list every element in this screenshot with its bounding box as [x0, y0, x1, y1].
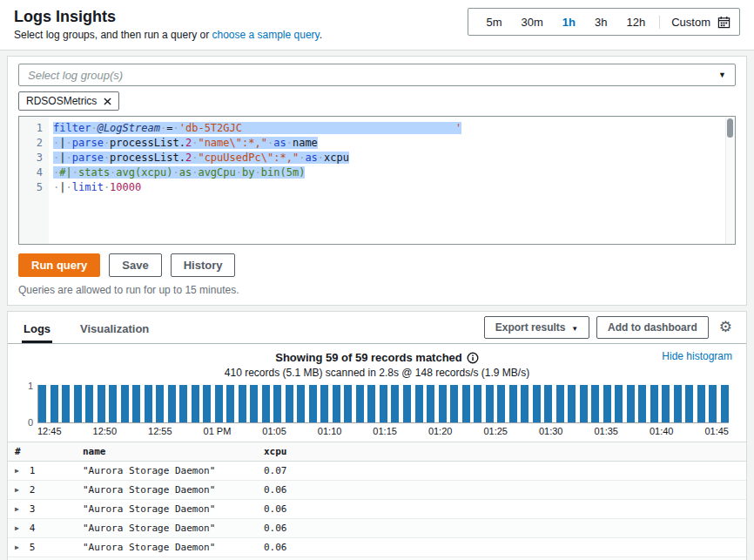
log-group-select[interactable]: Select log group(s) ▼ [18, 64, 736, 86]
tab-logs[interactable]: Logs [22, 315, 52, 343]
histogram-bar [391, 385, 399, 422]
page-header: Logs Insights Select log groups, and the… [0, 0, 754, 51]
histogram-bar [50, 385, 58, 422]
query-card: Select log group(s) ▼ RDSOSMetrics 12345… [7, 56, 747, 306]
histogram-bar [674, 385, 682, 422]
histogram-bar [685, 385, 693, 422]
column-header-num[interactable]: # [15, 446, 83, 457]
row-number: 2 [30, 484, 36, 496]
chevron-down-icon: ▼ [571, 325, 578, 333]
row-name: "Aurora Storage Daemon" [83, 503, 264, 515]
expand-row-icon[interactable]: ▶ [15, 486, 19, 494]
x-tick-label: 12:50 [93, 426, 118, 436]
table-row-5[interactable]: ▶5"Aurora Storage Daemon"0.06 [8, 538, 746, 557]
row-number: 5 [30, 542, 36, 553]
info-icon[interactable] [467, 352, 479, 364]
hide-histogram-link[interactable]: Hide histogram [662, 350, 732, 362]
histogram-bar [627, 385, 635, 422]
histogram-bar [486, 385, 494, 422]
x-tick-label: 01:40 [650, 426, 674, 436]
histogram-bar [179, 385, 187, 422]
histogram-bar [533, 385, 541, 422]
x-tick-label: 01:45 [704, 426, 729, 436]
histogram-bar [250, 385, 258, 422]
histogram-bar [192, 385, 199, 422]
column-header-xcpu[interactable]: xcpu [264, 446, 746, 457]
records-matched-text: Showing 59 of 59 records matched [275, 351, 479, 364]
expand-row-icon[interactable]: ▶ [15, 524, 19, 532]
row-xcpu: 0.06 [264, 542, 746, 553]
histogram-bar [568, 385, 576, 422]
histogram-bar [462, 385, 470, 422]
histogram-bar [98, 385, 105, 422]
run-query-button[interactable]: Run query [18, 253, 100, 277]
row-xcpu: 0.06 [264, 503, 746, 515]
histogram-bars [37, 385, 729, 423]
expand-row-icon[interactable]: ▶ [15, 467, 19, 475]
close-icon[interactable] [104, 98, 111, 105]
histogram-bar [638, 385, 646, 422]
add-to-dashboard-button[interactable]: Add to dashboard [596, 316, 709, 339]
chevron-down-icon: ▼ [718, 71, 726, 79]
expand-row-icon[interactable]: ▶ [15, 543, 19, 551]
row-number: 1 [30, 465, 36, 476]
histogram-bar [85, 385, 93, 422]
histogram-bar [556, 385, 564, 422]
time-range-option-12h[interactable]: 12h [617, 16, 656, 29]
export-results-button[interactable]: Export results ▼ [484, 316, 589, 339]
line-number: 2 [19, 136, 43, 151]
tab-visualization[interactable]: Visualization [78, 315, 151, 343]
row-name: "Aurora Storage Daemon" [83, 542, 264, 553]
code-lines: filter·@LogStream·=·'db-5T2GJC'·|·parse·… [49, 117, 735, 244]
table-row-1[interactable]: ▶1"Aurora Storage Daemon"0.07 [8, 462, 746, 481]
log-group-tag-label: RDSOSMetrics [26, 95, 97, 107]
histogram-bar [121, 385, 129, 422]
histogram-bar [650, 385, 658, 422]
table-row-2[interactable]: ▶2"Aurora Storage Daemon"0.06 [8, 481, 746, 500]
row-name: "Aurora Storage Daemon" [83, 465, 264, 476]
x-tick-label: 01:30 [539, 426, 563, 436]
x-tick-label: 01:35 [594, 426, 618, 436]
histogram-bar [709, 385, 717, 422]
histogram-bar [450, 385, 458, 422]
table-row-4[interactable]: ▶4"Aurora Storage Daemon"0.06 [8, 519, 746, 538]
histogram-bar [262, 385, 270, 422]
log-group-placeholder: Select log group(s) [28, 69, 123, 82]
expand-row-icon[interactable]: ▶ [15, 505, 19, 513]
calendar-icon [717, 16, 730, 29]
row-xcpu: 0.07 [264, 465, 746, 476]
column-header-name[interactable]: name [83, 446, 264, 457]
history-button[interactable]: History [171, 253, 236, 277]
histogram-bar [62, 385, 70, 422]
table-row-3[interactable]: ▶3"Aurora Storage Daemon"0.06 [8, 500, 746, 519]
time-range-option-30m[interactable]: 30m [512, 16, 553, 29]
histogram-bar [320, 385, 328, 422]
records-scanned-text: 410 records (5.1 MB) scanned in 2.8s @ 1… [22, 367, 732, 379]
histogram: 1 0 12:4512:5012:5501 PM01:0501:1001:150… [8, 383, 746, 440]
x-tick-label: 12:45 [37, 426, 62, 436]
histogram-bar [662, 385, 670, 422]
code-gutter: 12345 [19, 117, 49, 244]
y-tick-label: 1 [28, 381, 33, 391]
histogram-x-axis: 12:4512:5012:5501 PM01:0501:1001:1501:20… [37, 423, 729, 436]
line-number: 1 [19, 121, 43, 136]
gear-icon[interactable]: ⚙ [716, 320, 736, 334]
editor-scrollbar[interactable] [725, 117, 735, 244]
histogram-bar [497, 385, 505, 422]
save-button[interactable]: Save [109, 253, 161, 277]
histogram-bar [356, 385, 364, 422]
histogram-bar [145, 385, 152, 422]
time-range-option-3h[interactable]: 3h [585, 16, 616, 29]
time-range-option-1h[interactable]: 1h [553, 16, 585, 29]
code-line-3: ·|·parse·processList.2·"cpuUsedPc\":*,"·… [53, 151, 735, 165]
histogram-bar [74, 385, 82, 422]
editor-scrollbar-thumb[interactable] [727, 118, 733, 138]
y-tick-label: 0 [28, 417, 33, 428]
time-range-option-5m[interactable]: 5m [477, 16, 512, 29]
time-range-custom[interactable]: Custom [659, 16, 730, 29]
x-tick-label: 01 PM [204, 426, 232, 436]
histogram-bar [380, 385, 387, 422]
histogram-bar [109, 385, 117, 422]
sample-query-link[interactable]: choose a sample query [212, 29, 319, 41]
query-editor[interactable]: 12345 filter·@LogStream·=·'db-5T2GJC'·|·… [18, 116, 736, 245]
